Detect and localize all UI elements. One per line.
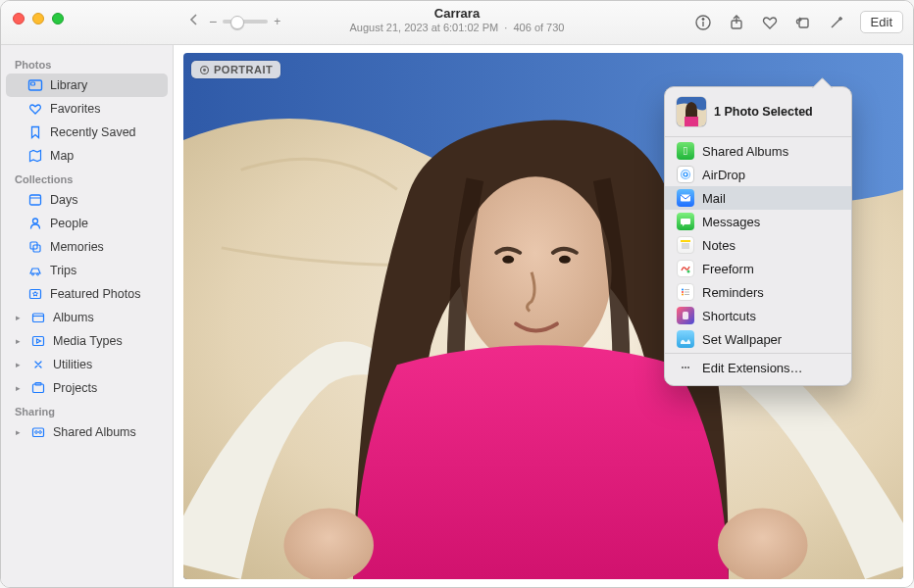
subtitle-date: August 21, 2023 at 6:01:02 PM: [350, 22, 499, 33]
sidebar-item-label: Memories: [50, 238, 104, 256]
share-item-label: AirDrop: [702, 168, 745, 182]
section-photos-label: Photos: [1, 53, 173, 74]
chevron-right-icon: ▸: [13, 356, 24, 373]
sidebar-item-recently-saved[interactable]: Recently Saved: [6, 121, 168, 144]
portrait-badge: PORTRAIT: [191, 61, 280, 78]
utilities-icon: [30, 357, 46, 372]
sidebar-item-favorites[interactable]: Favorites: [6, 97, 168, 121]
sidebar-item-projects[interactable]: ▸ Projects: [6, 376, 168, 400]
share-notes[interactable]: Notes: [665, 233, 851, 257]
zoom-slider[interactable]: − +: [209, 14, 280, 29]
share-shortcuts[interactable]: Shortcuts: [665, 304, 851, 327]
share-mail[interactable]: Mail: [665, 186, 851, 210]
svg-point-45: [682, 289, 684, 291]
chevron-right-icon: ▸: [13, 309, 24, 326]
sidebar-item-mediatypes[interactable]: ▸ Media Types: [6, 329, 168, 353]
share-reminders[interactable]: Reminders: [665, 280, 851, 304]
close-window-button[interactable]: [13, 13, 25, 24]
notes-icon: [677, 236, 694, 254]
people-icon: [27, 216, 43, 231]
favorite-button[interactable]: [760, 13, 780, 32]
section-collections-label: Collections: [1, 168, 173, 188]
svg-rect-17: [33, 314, 44, 322]
share-item-label: Shared Albums: [702, 144, 788, 159]
subtitle-count: 406 of 730: [513, 22, 564, 33]
library-icon: [27, 77, 43, 93]
svg-point-38: [682, 171, 690, 179]
svg-point-14: [32, 273, 34, 275]
popover-thumb: [677, 97, 706, 126]
sidebar-item-utilities[interactable]: ▸ Utilities: [6, 353, 168, 376]
autoenhance-button[interactable]: [827, 13, 846, 32]
chevron-right-icon: ▸: [13, 379, 24, 397]
sidebar: Photos Library Favorites Recently Saved …: [1, 45, 174, 587]
share-item-label: Freeform: [702, 262, 754, 276]
rotate-button[interactable]: [793, 13, 813, 32]
share-item-label: Edit Extensions…: [702, 361, 803, 375]
fullscreen-window-button[interactable]: [52, 13, 64, 24]
sidebar-item-label: Projects: [53, 379, 97, 397]
minimize-window-button[interactable]: [32, 13, 44, 24]
wallpaper-icon: [677, 330, 694, 348]
share-button[interactable]: [727, 13, 746, 32]
sidebar-item-label: People: [50, 215, 88, 232]
sidebar-item-library[interactable]: Library: [6, 74, 168, 97]
svg-point-28: [502, 256, 514, 264]
shared-albums-icon: 􀉹: [677, 142, 694, 160]
calendar-icon: [27, 192, 43, 208]
svg-point-47: [682, 294, 684, 296]
share-airdrop[interactable]: AirDrop: [665, 163, 851, 186]
sidebar-item-shared-albums[interactable]: ▸ Shared Albums: [6, 420, 168, 444]
svg-point-25: [39, 431, 42, 434]
info-button[interactable]: [693, 13, 713, 32]
svg-rect-9: [30, 195, 41, 205]
svg-point-31: [718, 508, 807, 579]
svg-point-29: [559, 256, 571, 264]
share-edit-extensions[interactable]: Edit Extensions…: [665, 356, 851, 379]
share-popover: 1 Photo Selected 􀉹 Shared Albums AirDrop: [664, 86, 852, 386]
shortcuts-icon: [677, 307, 694, 324]
share-freeform[interactable]: Freeform: [665, 257, 851, 280]
svg-rect-40: [681, 240, 690, 242]
svg-line-6: [832, 20, 839, 27]
svg-point-37: [684, 172, 687, 176]
portrait-badge-label: PORTRAIT: [214, 64, 273, 75]
featured-icon: [27, 286, 43, 302]
app-window: − + Carrara August 21, 2023 at 6:01:02 P…: [0, 0, 914, 588]
svg-point-44: [687, 270, 690, 273]
svg-rect-8: [31, 82, 35, 85]
svg-rect-36: [685, 117, 698, 126]
svg-point-11: [33, 219, 38, 223]
sidebar-item-label: Library: [50, 76, 87, 94]
zoom-track[interactable]: [223, 20, 268, 24]
svg-point-30: [283, 508, 373, 579]
airdrop-icon: [677, 166, 694, 183]
sidebar-item-days[interactable]: Days: [6, 188, 168, 212]
share-item-label: Mail: [702, 191, 726, 206]
svg-point-46: [682, 291, 684, 293]
sidebar-item-people[interactable]: People: [6, 212, 168, 235]
share-messages[interactable]: Messages: [665, 210, 851, 233]
extensions-icon: [677, 359, 694, 376]
sidebar-item-map[interactable]: Map: [6, 144, 168, 168]
back-button[interactable]: [187, 13, 201, 29]
svg-point-54: [687, 367, 689, 368]
share-item-label: Shortcuts: [702, 309, 756, 323]
svg-point-2: [702, 18, 704, 20]
portrait-icon: [199, 65, 210, 75]
edit-button[interactable]: Edit: [860, 11, 903, 33]
sidebar-item-albums[interactable]: ▸ Albums: [6, 306, 168, 329]
sidebar-item-memories[interactable]: Memories: [6, 235, 168, 259]
svg-rect-19: [33, 337, 44, 346]
share-shared-albums[interactable]: 􀉹 Shared Albums: [665, 139, 851, 163]
sidebar-item-label: Media Types: [53, 332, 123, 350]
memories-icon: [27, 239, 43, 255]
sidebar-item-featured[interactable]: Featured Photos: [6, 282, 168, 306]
titlebar: − + Carrara August 21, 2023 at 6:01:02 P…: [1, 1, 913, 45]
svg-rect-39: [681, 195, 690, 202]
sidebar-item-label: Recently Saved: [50, 123, 136, 141]
share-item-label: Messages: [702, 215, 760, 229]
sidebar-item-trips[interactable]: Trips: [6, 259, 168, 282]
share-item-label: Reminders: [702, 285, 764, 300]
share-set-wallpaper[interactable]: Set Wallpaper: [665, 327, 851, 351]
